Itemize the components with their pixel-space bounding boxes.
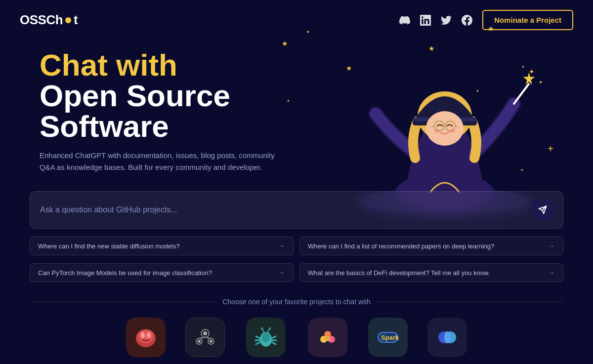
svg-point-40 bbox=[262, 332, 270, 342]
svg-line-46 bbox=[272, 342, 276, 344]
svg-point-30 bbox=[147, 333, 150, 337]
logo-text: OSSCh bbox=[20, 12, 63, 28]
svg-text:✦: ✦ bbox=[521, 65, 525, 69]
divider-line-right bbox=[379, 302, 563, 302]
discord-icon[interactable] bbox=[399, 15, 410, 26]
svg-point-11 bbox=[434, 121, 444, 131]
suggestions-row2: Can PyTorch Image Models be used for ima… bbox=[30, 263, 563, 282]
svg-point-12 bbox=[445, 121, 455, 131]
svg-point-36 bbox=[210, 340, 212, 343]
svg-point-50 bbox=[269, 327, 271, 329]
svg-point-49 bbox=[261, 327, 263, 329]
nominate-button[interactable]: Nominate a Project bbox=[482, 10, 573, 30]
suggestion-chip-2[interactable]: Can PyTorch Image Models be used for ima… bbox=[30, 263, 294, 282]
svg-point-7 bbox=[418, 91, 472, 141]
project-icon-yolo bbox=[427, 318, 467, 357]
send-icon bbox=[538, 205, 547, 214]
projects-divider: Choose one of your favorite projects to … bbox=[30, 298, 563, 306]
svg-line-14 bbox=[431, 126, 434, 127]
suggestion-chip-3[interactable]: What are the basics of DeFi development?… bbox=[299, 263, 563, 282]
suggestion-text-2: Can PyTorch Image Models be used for ima… bbox=[38, 269, 212, 277]
svg-rect-9 bbox=[413, 118, 477, 121]
svg-point-10 bbox=[426, 111, 464, 146]
search-submit-button[interactable] bbox=[532, 200, 553, 220]
project-kafka[interactable]: Kafka bbox=[185, 318, 225, 364]
svg-point-32 bbox=[203, 331, 207, 335]
svg-rect-8 bbox=[413, 118, 477, 125]
suggestion-text-1: Where can I find a list of recommended p… bbox=[308, 243, 494, 250]
project-icon-cockroachdb bbox=[246, 318, 286, 357]
project-cockroachdb[interactable]: CockroachDB bbox=[245, 318, 287, 364]
svg-line-37 bbox=[199, 337, 205, 338]
svg-point-28 bbox=[141, 333, 144, 337]
divider-line-left bbox=[30, 302, 214, 302]
search-box bbox=[30, 191, 563, 229]
divider-label: Choose one of your favorite projects to … bbox=[222, 298, 371, 306]
hero-line1: Chat with bbox=[40, 50, 336, 81]
suggestion-chip-0[interactable]: Where can I find the new stable diffusio… bbox=[30, 237, 294, 255]
suggestions-container: Where can I find the new stable diffusio… bbox=[30, 237, 563, 255]
project-icon-kafka bbox=[185, 318, 225, 357]
header: OSSCh t Nominate a Project bbox=[0, 0, 593, 40]
hero-subtitle: Enhanced ChatGPT with documentation, iss… bbox=[40, 150, 277, 173]
project-icon-spark: Spark bbox=[368, 318, 408, 357]
linkedin-icon[interactable] bbox=[420, 15, 431, 26]
project-spark[interactable]: Spark Spark bbox=[368, 318, 408, 364]
svg-line-38 bbox=[205, 337, 211, 338]
twitter-icon[interactable] bbox=[441, 15, 452, 26]
hero-section: Chat with Open Source Software Enhanced … bbox=[0, 40, 356, 173]
chip-arrow-0: → bbox=[278, 242, 285, 250]
logo-dot bbox=[65, 17, 71, 23]
project-icon-elasticsearch bbox=[308, 318, 347, 357]
chip-arrow-2: → bbox=[278, 269, 285, 277]
search-container bbox=[30, 191, 563, 229]
project-flink[interactable]: Flink bbox=[126, 318, 166, 364]
chip-arrow-1: → bbox=[548, 242, 555, 250]
svg-line-41 bbox=[256, 336, 260, 338]
logo[interactable]: OSSCh t bbox=[20, 12, 78, 28]
svg-line-43 bbox=[256, 342, 260, 344]
svg-text:✦: ✦ bbox=[529, 68, 535, 76]
suggestion-chip-1[interactable]: Where can I find a list of recommended p… bbox=[299, 237, 563, 255]
svg-point-34 bbox=[198, 340, 201, 343]
hero-line2: Open Source Software bbox=[40, 81, 336, 142]
logo-text-suffix: t bbox=[74, 12, 78, 28]
facebook-icon[interactable] bbox=[462, 15, 472, 26]
projects-grid: Flink Kafka bbox=[30, 318, 563, 364]
svg-point-17 bbox=[449, 129, 455, 133]
svg-line-15 bbox=[455, 126, 458, 127]
svg-line-2 bbox=[514, 84, 529, 104]
search-input[interactable] bbox=[40, 205, 532, 214]
svg-point-61 bbox=[444, 331, 450, 343]
project-elasticsearch[interactable]: Elasticsearch bbox=[307, 318, 348, 364]
nav-right: Nominate a Project bbox=[399, 10, 573, 30]
svg-text:✦: ✦ bbox=[539, 80, 543, 85]
project-icon-flink bbox=[126, 318, 166, 357]
chip-arrow-3: → bbox=[548, 269, 555, 277]
project-yolo[interactable]: YOLO bbox=[427, 318, 467, 364]
suggestion-text-3: What are the basics of DeFi development?… bbox=[308, 269, 490, 277]
svg-line-44 bbox=[272, 336, 276, 338]
svg-point-54 bbox=[325, 335, 331, 341]
svg-point-16 bbox=[434, 129, 440, 133]
svg-marker-3 bbox=[523, 72, 535, 85]
suggestion-text-0: Where can I find the new stable diffusio… bbox=[38, 243, 180, 250]
